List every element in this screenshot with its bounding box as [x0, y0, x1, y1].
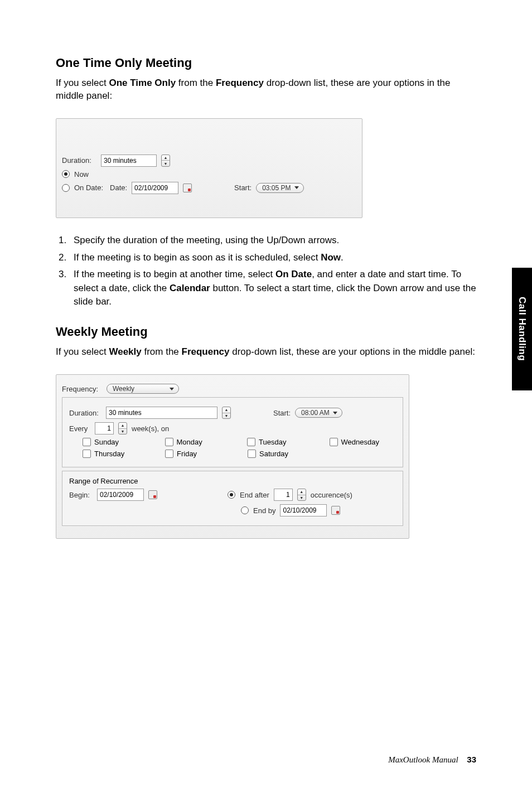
footer: MaxOutlook Manual 33 [388, 755, 476, 765]
weekly-panel: Frequency: Weekly Duration: ▲ ▼ Start: [56, 374, 409, 539]
saturday-checkbox[interactable] [248, 450, 256, 458]
step-1: Specify the duration of the meeting, usi… [69, 234, 476, 248]
side-tab: Call Handling [512, 268, 532, 390]
start-label: Start: [234, 184, 252, 192]
chevron-down-icon[interactable]: ▼ [298, 495, 306, 501]
monday-checkbox[interactable] [165, 438, 173, 446]
calendar-icon[interactable] [148, 490, 157, 499]
on-date-radio[interactable] [62, 184, 70, 192]
one-time-panel: Duration: ▲ ▼ Now On Date: Date: Start: [56, 118, 362, 218]
heading-weekly: Weekly Meeting [56, 325, 476, 339]
date-label: Date: [110, 184, 127, 192]
sunday-checkbox[interactable] [83, 438, 91, 446]
duration-spinner[interactable]: ▲ ▼ [161, 154, 170, 167]
start-time-dropdown[interactable]: 03:05 PM [256, 183, 303, 193]
range-title: Range of Recurrence [69, 477, 396, 485]
para-weekly: If you select Weekly from the Frequency … [56, 346, 476, 359]
tuesday-checkbox[interactable] [247, 438, 255, 446]
friday-checkbox[interactable] [165, 450, 173, 458]
wednesday-checkbox[interactable] [330, 438, 338, 446]
end-after-spinner[interactable]: ▲ ▼ [297, 489, 306, 501]
now-radio[interactable] [62, 170, 70, 178]
chevron-down-icon [294, 186, 299, 189]
chevron-up-icon[interactable]: ▲ [223, 407, 230, 413]
chevron-up-icon[interactable]: ▲ [162, 155, 170, 161]
para-one-time: If you select One Time Only from the Fre… [56, 77, 476, 103]
every-label: Every [69, 424, 90, 433]
end-after-radio[interactable] [228, 491, 235, 499]
duration-input[interactable] [101, 154, 157, 167]
chevron-up-icon[interactable]: ▲ [119, 423, 127, 429]
chevron-down-icon [333, 412, 337, 414]
chevron-down-icon[interactable]: ▼ [223, 413, 230, 419]
end-after-input[interactable] [274, 489, 293, 501]
end-by-radio[interactable] [241, 506, 249, 514]
side-tab-label: Call Handling [516, 297, 528, 361]
chevron-down-icon [170, 388, 174, 390]
occurrences-label: occurence(s) [311, 491, 352, 499]
every-spinner[interactable]: ▲ ▼ [118, 422, 127, 434]
duration-input-2[interactable] [106, 407, 217, 419]
heading-one-time: One Time Only Meeting [56, 56, 476, 70]
date-input[interactable] [132, 182, 178, 194]
duration-label-2: Duration: [69, 409, 101, 417]
start-label-2: Start: [273, 409, 291, 417]
duration-spinner-2[interactable]: ▲ ▼ [222, 407, 231, 419]
chevron-down-icon[interactable]: ▼ [162, 161, 170, 166]
frequency-label: Frequency: [62, 385, 102, 393]
frequency-dropdown[interactable]: Weekly [107, 384, 179, 394]
weekly-options-box: Duration: ▲ ▼ Start: 08:00 AM Every [62, 397, 403, 467]
start-time-dropdown-2[interactable]: 08:00 AM [295, 408, 342, 418]
footer-title: MaxOutlook Manual [388, 755, 458, 764]
now-label: Now [74, 170, 89, 178]
weeks-on-label: week(s), on [132, 424, 169, 433]
range-recurrence-box: Range of Recurrence Begin: End after ▲ ▼… [62, 471, 403, 526]
calendar-icon[interactable] [331, 506, 340, 515]
end-by-label: End by [253, 506, 275, 515]
every-input[interactable] [95, 422, 114, 434]
calendar-icon[interactable] [183, 184, 192, 192]
page-number: 33 [467, 755, 476, 764]
step-2: If the meeting is to begin as soon as it… [69, 251, 476, 265]
begin-label: Begin: [69, 491, 93, 499]
on-date-label: On Date: [74, 184, 103, 192]
thursday-checkbox[interactable] [83, 450, 91, 458]
chevron-up-icon[interactable]: ▲ [298, 489, 306, 495]
duration-label: Duration: [62, 156, 96, 165]
step-3: If the meeting is to begin at another ti… [69, 268, 476, 309]
one-time-steps: Specify the duration of the meeting, usi… [56, 234, 476, 309]
end-after-label: End after [240, 491, 269, 499]
chevron-down-icon[interactable]: ▼ [119, 429, 127, 434]
end-by-input[interactable] [280, 504, 327, 516]
begin-input[interactable] [97, 489, 144, 501]
